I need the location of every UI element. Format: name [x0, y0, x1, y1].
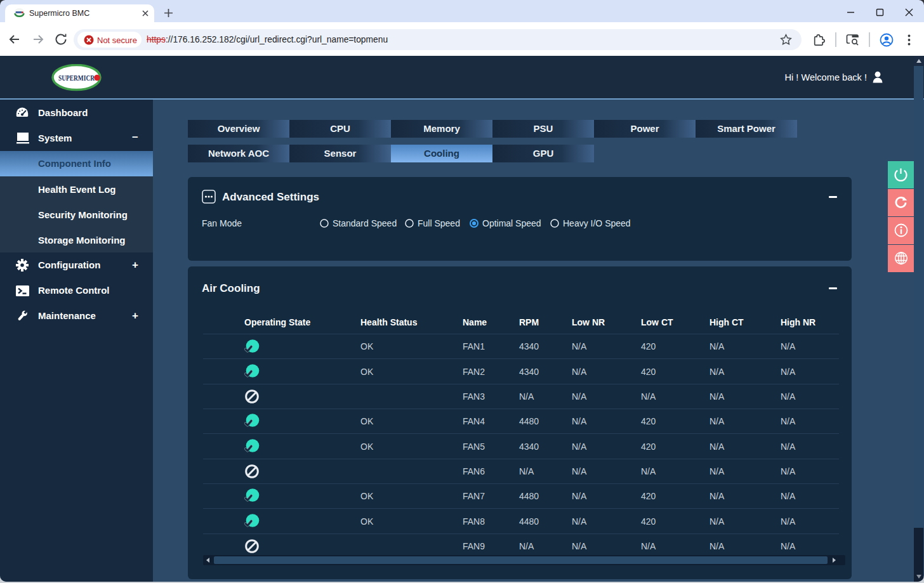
svg-text:SUPERMICR: SUPERMICR	[58, 73, 95, 82]
